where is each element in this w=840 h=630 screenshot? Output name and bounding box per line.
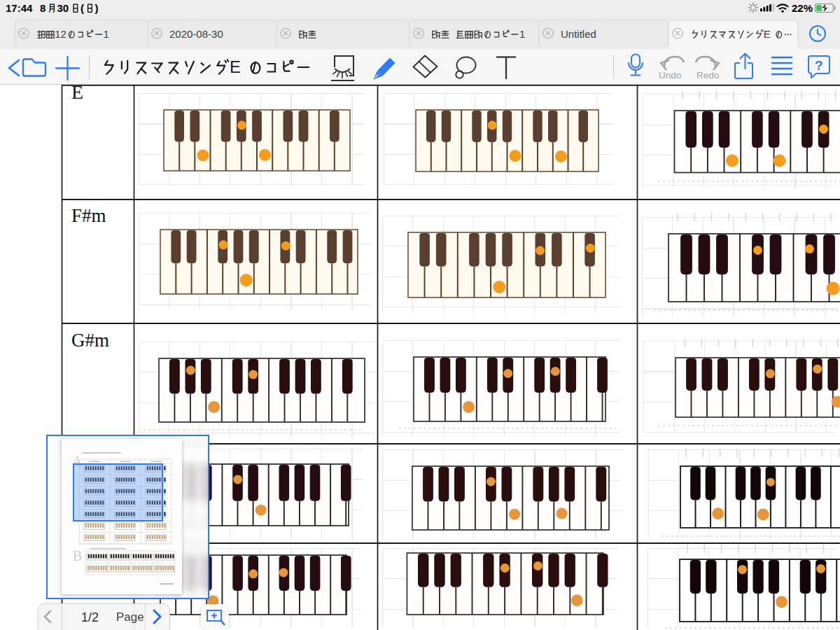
svg-text:1: 1 (519, 28, 525, 40)
svg-text:1/2: 1/2 (81, 610, 99, 624)
svg-text:B: B (73, 548, 82, 564)
svg-text:Untitled: Untitled (561, 28, 596, 40)
svg-text:Page: Page (116, 610, 144, 624)
svg-text:?: ? (815, 58, 823, 73)
svg-text:Undo: Undo (659, 70, 681, 80)
svg-text:30: 30 (57, 2, 69, 14)
svg-text:G#m: G#m (71, 330, 109, 351)
svg-text:): ) (95, 2, 99, 14)
svg-text:12: 12 (55, 28, 66, 40)
svg-text:E: E (764, 28, 771, 40)
svg-text:2020-08-30: 2020-08-30 (169, 28, 223, 40)
svg-text:Redo: Redo (696, 70, 719, 80)
svg-text:8: 8 (40, 2, 46, 14)
svg-text:F#m: F#m (71, 205, 106, 226)
svg-text:22%: 22% (792, 2, 813, 14)
svg-text:1: 1 (104, 28, 109, 40)
svg-text:17:44: 17:44 (6, 2, 33, 14)
svg-text:(: ( (80, 2, 84, 14)
svg-text:E: E (230, 57, 241, 76)
